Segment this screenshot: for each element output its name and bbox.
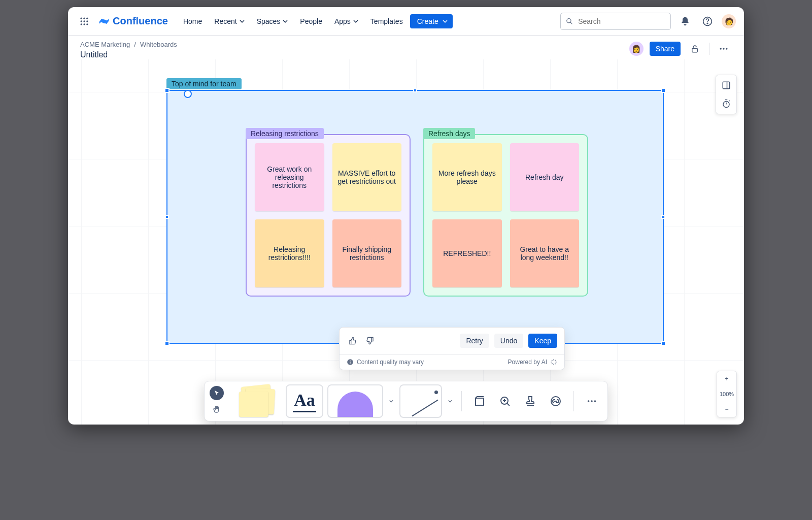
thumbs-down-icon[interactable]: [364, 335, 376, 347]
more-tools-icon[interactable]: [581, 391, 602, 412]
svg-point-6: [81, 23, 82, 25]
sticky-note[interactable]: Great to have a long weekend!!: [510, 219, 580, 287]
svg-rect-18: [350, 362, 350, 364]
shape-dropdown[interactable]: [387, 399, 395, 404]
top-nav: Confluence Home Recent Spaces People App…: [68, 7, 744, 36]
chevron-down-icon: [353, 19, 358, 24]
app-switcher-icon[interactable]: [76, 13, 92, 29]
nav-people[interactable]: People: [295, 14, 327, 28]
svg-point-2: [86, 17, 88, 19]
restrictions-icon[interactable]: [687, 41, 703, 57]
ai-response-panel: Retry Undo Keep Content quality may vary…: [339, 327, 565, 370]
smart-section-icon[interactable]: [494, 391, 516, 412]
collaborator-avatar[interactable]: 👩: [629, 42, 644, 56]
svg-point-9: [567, 18, 571, 22]
zoom-controls: + 100% −: [717, 371, 737, 417]
svg-point-1: [83, 17, 85, 19]
svg-point-7: [83, 23, 85, 25]
svg-rect-19: [350, 361, 350, 361]
more-actions-icon[interactable]: [716, 41, 732, 57]
zoom-out-button[interactable]: −: [717, 402, 736, 417]
svg-point-12: [707, 23, 708, 24]
svg-rect-23: [476, 398, 484, 405]
sticky-note[interactable]: More refresh days please: [432, 143, 502, 211]
chevron-down-icon: [283, 19, 288, 24]
svg-point-14: [720, 48, 722, 49]
thumbs-up-icon[interactable]: [347, 335, 359, 347]
shape-tool[interactable]: [327, 384, 383, 418]
svg-point-27: [591, 400, 593, 402]
share-button[interactable]: Share: [650, 42, 681, 56]
ai-keep-button[interactable]: Keep: [528, 334, 557, 348]
ai-disclaimer: Content quality may vary: [357, 359, 424, 366]
sticky-note[interactable]: REFRESHED!!: [432, 219, 502, 287]
nav-templates[interactable]: Templates: [365, 14, 408, 28]
sticky-note[interactable]: MASSIVE effort to get restrictions out: [332, 143, 402, 211]
sticky-note[interactable]: Releasing restrictions!!!!: [255, 219, 324, 287]
resize-handle[interactable]: [164, 341, 170, 346]
rotate-handle[interactable]: [184, 90, 192, 98]
resize-handle[interactable]: [164, 88, 170, 93]
sticky-note[interactable]: Refresh day: [510, 143, 580, 211]
resize-handle[interactable]: [165, 215, 169, 219]
breadcrumb-page[interactable]: Whiteboards: [140, 41, 177, 48]
hand-mode-button[interactable]: [210, 402, 224, 416]
svg-point-4: [83, 20, 85, 22]
group-label[interactable]: Releasing restrictions: [246, 128, 324, 139]
chevron-down-icon: [240, 19, 245, 24]
bottom-toolbar: Aa: [204, 381, 608, 421]
search-box[interactable]: [560, 13, 671, 30]
svg-point-28: [594, 400, 596, 402]
svg-point-0: [81, 17, 82, 19]
resize-handle[interactable]: [661, 88, 666, 93]
svg-line-10: [570, 22, 572, 24]
nav-spaces[interactable]: Spaces: [252, 14, 293, 28]
whiteboard-canvas[interactable]: Top of mind for team Releasing restricti…: [68, 59, 744, 425]
breadcrumb-space[interactable]: ACME Marketing: [80, 41, 130, 48]
svg-point-16: [726, 48, 727, 49]
panel-layout-icon[interactable]: [719, 78, 733, 92]
profile-avatar[interactable]: 🧑: [722, 14, 736, 28]
frame-label[interactable]: Top of mind for team: [166, 78, 242, 89]
connector-tool[interactable]: [399, 384, 442, 418]
help-icon[interactable]: [699, 13, 716, 29]
confluence-logo[interactable]: Confluence: [98, 15, 168, 27]
timer-icon[interactable]: [719, 96, 733, 111]
pointer-mode-button[interactable]: [210, 386, 224, 400]
zoom-in-button[interactable]: +: [717, 371, 736, 386]
search-input[interactable]: [577, 17, 665, 26]
selection-frame[interactable]: Top of mind for team: [166, 90, 664, 344]
stamp-tool-icon[interactable]: [520, 391, 541, 412]
group-releasing-restrictions[interactable]: Releasing restrictions Great work on rel…: [246, 134, 411, 297]
info-icon: [347, 359, 354, 366]
breadcrumb: ACME Marketing / Whiteboards: [80, 41, 177, 48]
right-rail: [716, 75, 737, 114]
page-header: ACME Marketing / Whiteboards Untitled 👩 …: [68, 36, 744, 59]
ai-undo-button[interactable]: Undo: [494, 334, 523, 348]
svg-point-5: [86, 20, 88, 22]
group-refresh-days[interactable]: Refresh days More refresh days pleaseRef…: [423, 134, 588, 297]
resize-handle[interactable]: [661, 341, 666, 346]
page-title[interactable]: Untitled: [80, 50, 177, 59]
ai-retry-button[interactable]: Retry: [460, 334, 489, 348]
nav-home[interactable]: Home: [178, 14, 207, 28]
link-tool-icon[interactable]: [545, 391, 566, 412]
sticky-note[interactable]: Great work on releasing restrictions: [255, 143, 324, 211]
text-tool[interactable]: Aa: [286, 384, 323, 418]
notifications-icon[interactable]: [677, 13, 693, 29]
svg-rect-13: [692, 48, 698, 52]
svg-point-26: [588, 400, 590, 402]
create-button[interactable]: Create: [410, 14, 453, 28]
resize-handle[interactable]: [661, 215, 665, 219]
sticky-note-tool[interactable]: [231, 384, 282, 418]
svg-rect-20: [723, 82, 730, 89]
group-label[interactable]: Refresh days: [423, 128, 475, 139]
connector-dropdown[interactable]: [446, 399, 454, 404]
resize-handle[interactable]: [413, 88, 417, 92]
zoom-level: 100%: [717, 386, 736, 402]
frame-tool-icon[interactable]: [469, 391, 490, 412]
nav-apps[interactable]: Apps: [329, 14, 363, 28]
sticky-note[interactable]: Finally shipping restrictions: [332, 219, 402, 287]
nav-recent[interactable]: Recent: [209, 14, 249, 28]
brand-name: Confluence: [113, 15, 168, 27]
